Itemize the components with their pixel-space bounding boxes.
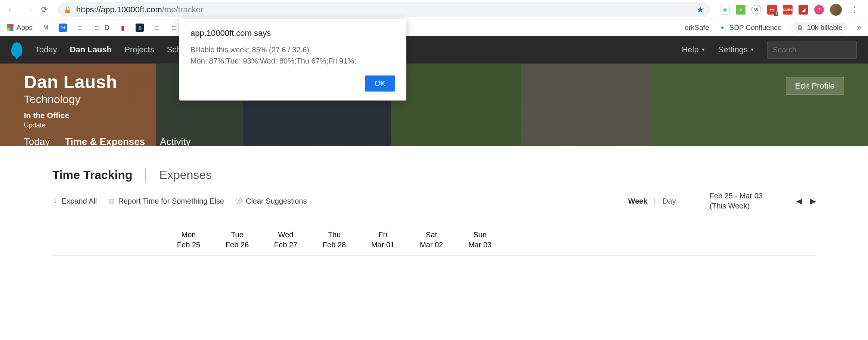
ext-icon-2[interactable]: ≡ [736, 5, 745, 15]
nav-user[interactable]: Dan Laush [70, 45, 112, 55]
browser-menu-icon[interactable]: ⋮ [848, 5, 861, 14]
confluence-icon: ✦ [718, 24, 726, 32]
day-column: TueFeb 26 [213, 230, 261, 250]
url-path: /me/tracker [162, 5, 203, 14]
hero-tab-today[interactable]: Today [24, 136, 50, 148]
edit-profile-button[interactable]: Edit Profile [786, 77, 844, 95]
nav-projects[interactable]: Projects [124, 45, 154, 55]
alert-ok-button[interactable]: OK [365, 75, 395, 92]
folder-icon: 🗀 [170, 24, 178, 32]
hero-tab-activity[interactable]: Activity [160, 136, 190, 148]
report-time-button[interactable]: ▦Report Time for Something Else [108, 197, 224, 205]
ext-icon-1[interactable]: ◉ [720, 5, 730, 15]
day-column: FriMar 01 [359, 230, 407, 250]
url-host: https://app.10000ft.com [76, 5, 162, 14]
ext-icon-6[interactable]: T [814, 5, 824, 15]
view-week[interactable]: Week [628, 197, 648, 205]
day-column: SunMar 03 [456, 230, 504, 250]
ext-icon-4[interactable]: •••1 [767, 5, 777, 15]
reload-button[interactable]: ⟳ [41, 5, 48, 15]
page-icon: 🗎 [796, 24, 804, 32]
profile-status: In the Office [24, 111, 844, 120]
nav-help[interactable]: Help▼ [682, 45, 705, 55]
expand-icon: ⤓ [52, 197, 58, 205]
folder-icon: 🗀 [76, 24, 84, 32]
gmail-icon: M [41, 24, 50, 32]
clear-suggestions-button[interactable]: ⓧClear Suggestions [235, 197, 307, 205]
bookmark-folder-1[interactable]: 🗀 [76, 24, 84, 32]
tab-divider: │ [142, 168, 150, 182]
back-button[interactable]: ← [7, 4, 17, 15]
tab-expenses[interactable]: Expenses [159, 168, 212, 182]
bookmark-10k-billable[interactable]: 🗎10k billable [791, 22, 848, 33]
apps-label: Apps [16, 24, 32, 32]
folder-icon: 🗀 [93, 24, 101, 32]
address-bar[interactable]: 🔒 https://app.10000ft.com/me/tracker ★ [58, 2, 710, 17]
ext-icon-5[interactable]: ◢ [799, 5, 808, 15]
extension-row: ◉ ≡ W •••1 CORS ◢ T ⋮ [720, 4, 861, 16]
bookmark-folder-d[interactable]: 🗀D [93, 24, 109, 32]
plus-icon: ▦ [108, 197, 115, 205]
alert-title: app.10000ft.com says [190, 28, 395, 38]
profile-name: Dan Laush [24, 72, 844, 92]
forward-button[interactable]: → [24, 4, 34, 15]
ext-icon-3[interactable]: W [751, 5, 761, 15]
lock-icon: 🔒 [63, 6, 72, 14]
day-column: MonFeb 25 [164, 230, 213, 250]
chevron-down-icon: ▼ [701, 47, 706, 52]
chevron-down-icon: ▼ [750, 47, 754, 52]
alert-line1: Billable this week: 85% (27.6 / 32.6) [190, 44, 395, 55]
bookmark-star-icon[interactable]: ★ [696, 4, 704, 15]
next-week-button[interactable]: ▶ [810, 197, 816, 205]
profile-avatar[interactable] [830, 4, 842, 16]
bookmark-balloon[interactable]: ⬮ [136, 24, 144, 32]
divider [52, 255, 816, 256]
bookmarks-overflow[interactable]: » [857, 23, 861, 33]
bookmark-calendar[interactable]: 24 [59, 24, 67, 32]
javascript-alert: app.10000ft.com says Billable this week:… [179, 19, 406, 101]
search-input[interactable] [767, 41, 857, 59]
apps-grid-icon [7, 24, 13, 31]
tab-time-tracking[interactable]: Time Tracking [52, 168, 133, 182]
alert-line2: Mon: 87%;Tue: 93%;Wed: 80%;Thu 67%;Fri 9… [190, 55, 395, 67]
bookmark-worksafe[interactable]: orkSafe [685, 24, 709, 32]
app-logo[interactable] [11, 42, 22, 57]
bookmark-gmail[interactable]: M [41, 24, 50, 32]
bookmark-folder-2[interactable]: 🗀 [153, 24, 161, 32]
calendar-icon: 24 [59, 24, 67, 32]
day-column: WedFeb 27 [261, 230, 310, 250]
profile-dept: Technology [24, 93, 844, 106]
folder-icon: 🗀 [153, 24, 161, 32]
ext-icon-cors[interactable]: CORS [783, 5, 793, 15]
apps-button[interactable]: Apps [7, 24, 32, 32]
bookmark-confluence[interactable]: ✦SDP Confluence [718, 24, 782, 32]
view-day[interactable]: Day [663, 197, 676, 205]
expand-all-button[interactable]: ⤓Expand All [52, 197, 97, 205]
balloon-icon: ⬮ [136, 24, 144, 32]
date-range-sub: (This Week) [710, 201, 763, 211]
bookmark-book[interactable]: ▮ [118, 24, 127, 32]
book-icon: ▮ [118, 24, 127, 32]
status-update-link[interactable]: Update [24, 121, 844, 129]
day-column: ThuFeb 28 [310, 230, 359, 250]
date-range: Feb 25 - Mar 03 [710, 191, 763, 201]
nav-today[interactable]: Today [35, 45, 57, 55]
clear-icon: ⓧ [235, 197, 242, 205]
nav-settings[interactable]: Settings▼ [718, 45, 754, 55]
day-column: SatMar 02 [407, 230, 456, 250]
prev-week-button[interactable]: ◀ [796, 197, 802, 205]
hero-tab-time-expenses[interactable]: Time & Expenses [65, 136, 145, 148]
